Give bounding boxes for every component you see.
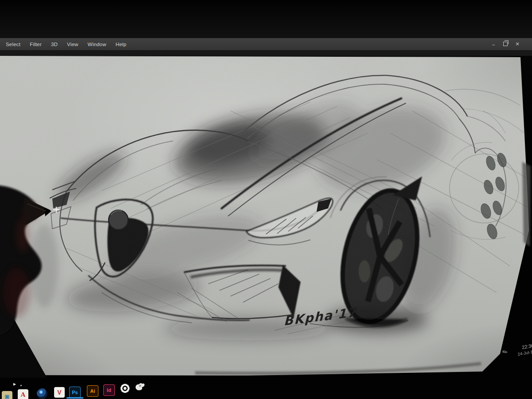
taskbar-red-a-app-icon[interactable]: A xyxy=(18,389,28,399)
photoshop-active-underline xyxy=(66,397,83,399)
taskbar-bird-app-icon[interactable] xyxy=(134,382,145,392)
taskbar-photoshop-icon[interactable]: Ps xyxy=(69,387,81,398)
foreground-overlay xyxy=(0,0,532,399)
hand-red-tint-2 xyxy=(4,268,30,317)
hidden-icons-arrow[interactable]: ▶ xyxy=(13,382,16,386)
stylus-tip xyxy=(44,207,51,216)
taskbar-vred-app-icon[interactable]: V xyxy=(54,387,65,398)
bezel-highlight-right xyxy=(522,162,531,246)
taskbar-indesign-icon[interactable]: Id xyxy=(103,384,115,396)
taskbar-illustrator-icon[interactable]: Ai xyxy=(87,385,98,397)
bird-icon xyxy=(134,382,145,392)
taskbar-blue-circle-app-icon[interactable] xyxy=(37,388,47,399)
taskbar-pinned-app-icon[interactable]: ▣ xyxy=(2,391,12,399)
bezel-bottom-edge xyxy=(195,364,481,373)
brush-crosshair-cursor xyxy=(53,207,59,213)
tray-dot xyxy=(20,385,22,386)
taskbar-target-app-icon[interactable] xyxy=(120,383,130,394)
photo-of-pen-display: BKpha'17 Select Filter 3D View Window He… xyxy=(0,0,532,399)
